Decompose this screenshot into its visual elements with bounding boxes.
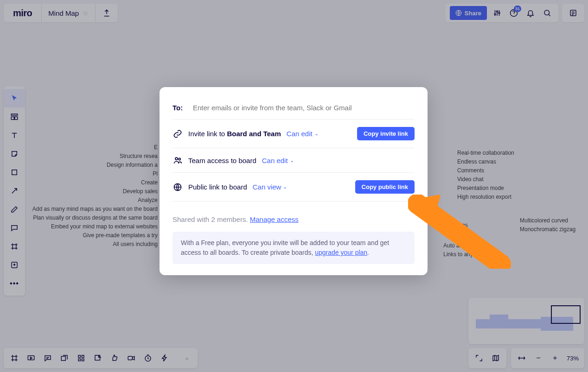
team-access-text: Team access to board [188, 157, 256, 164]
copy-invite-button[interactable]: Copy invite link [357, 127, 415, 140]
link-icon [173, 129, 183, 139]
team-access-row: Team access to board Can edit⌄ [173, 148, 415, 172]
svg-point-21 [175, 158, 178, 160]
plan-info: With a Free plan, everyone you invite wi… [173, 232, 415, 264]
chevron-down-icon: ⌄ [290, 158, 294, 164]
public-link-perm[interactable]: Can view⌄ [253, 183, 288, 191]
public-link-row: Public link to board Can view⌄ Copy publ… [173, 172, 415, 201]
team-icon [173, 156, 183, 165]
team-access-perm[interactable]: Can edit⌄ [262, 157, 294, 164]
invite-link-perm[interactable]: Can edit⌄ [287, 130, 319, 138]
globe-icon [173, 183, 183, 192]
invite-link-text: Invite link to Board and Team [188, 130, 281, 138]
chevron-down-icon: ⌄ [314, 131, 319, 137]
chevron-down-icon: ⌄ [283, 184, 287, 190]
shared-with-text: Shared with 2 members. Manage access [173, 209, 415, 225]
invite-link-row: Invite link to Board and Team Can edit⌄ … [173, 119, 415, 148]
svg-point-22 [179, 158, 180, 160]
upgrade-link[interactable]: upgrade your plan [315, 249, 367, 256]
manage-access-link[interactable]: Manage access [250, 215, 299, 223]
shared-row: Shared with 2 members. Manage access Wit… [173, 201, 415, 264]
invite-email-input[interactable] [193, 104, 415, 112]
to-row: To: [173, 101, 415, 119]
to-label: To: [173, 104, 187, 112]
public-link-text: Public link to board [188, 183, 247, 191]
share-modal: To: Invite link to Board and Team Can ed… [160, 87, 428, 275]
copy-public-button[interactable]: Copy public link [355, 180, 415, 194]
